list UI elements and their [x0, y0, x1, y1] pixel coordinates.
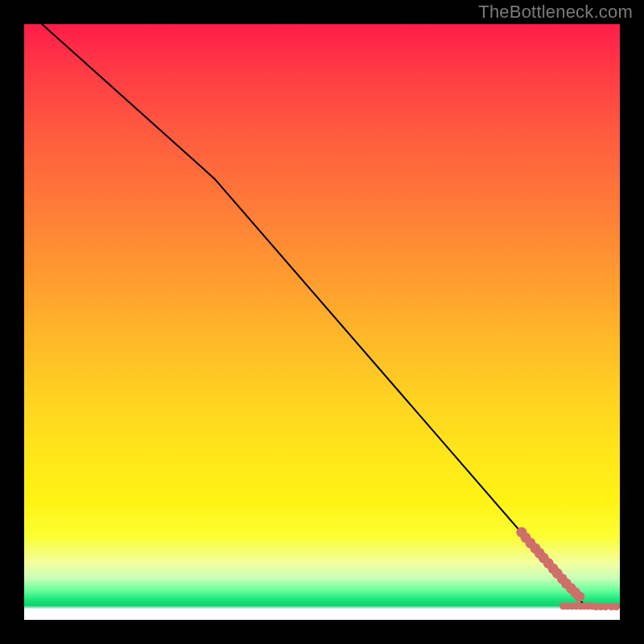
- points-diagonal: [516, 527, 584, 602]
- svg-point-13: [574, 592, 584, 602]
- points-bottom: [559, 602, 620, 610]
- svg-point-26: [613, 603, 620, 610]
- chart-svg: [24, 24, 620, 620]
- plot-area: [24, 24, 620, 620]
- watermark-text: TheBottleneck.com: [478, 2, 633, 23]
- chart-stage: TheBottleneck.com: [0, 0, 644, 644]
- curve-line: [42, 24, 620, 607]
